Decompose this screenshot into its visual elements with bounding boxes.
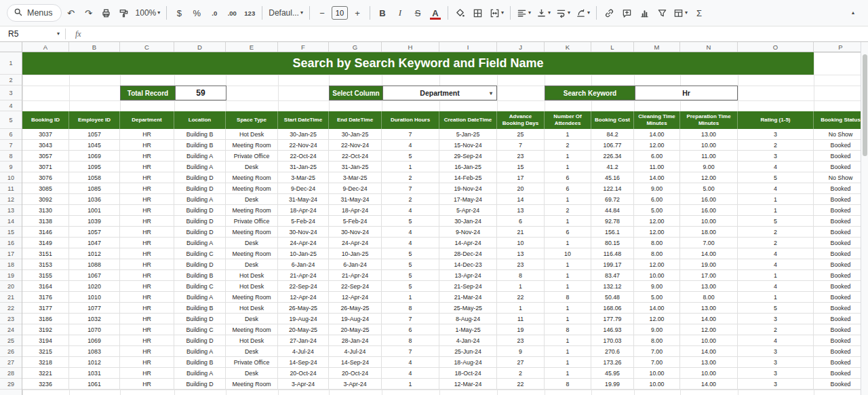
scrollbar-thumb[interactable] <box>863 54 867 156</box>
hide-toolbar-button[interactable]: ▴ <box>845 4 861 22</box>
cell[interactable]: 13.00 <box>680 303 738 314</box>
cell[interactable]: 7.00 <box>634 346 680 357</box>
cell[interactable]: 20 <box>497 183 545 194</box>
cell[interactable]: Building A <box>174 151 226 162</box>
cell[interactable]: Building D <box>174 205 226 216</box>
cell[interactable]: Building D <box>174 259 226 270</box>
cell[interactable]: 10.00 <box>680 140 738 151</box>
cell[interactable]: Desk <box>226 238 278 248</box>
cell[interactable]: 26-May-25 <box>278 303 329 314</box>
cell[interactable]: 1 <box>545 314 591 324</box>
column-header-A[interactable]: A <box>22 42 69 52</box>
cell[interactable]: 270.6 <box>591 346 634 357</box>
cell[interactable]: HR <box>120 270 174 281</box>
cell[interactable]: 12.00 <box>634 140 680 151</box>
cell[interactable]: 4 <box>738 335 814 346</box>
cell[interactable]: 1057 <box>69 129 120 140</box>
cell[interactable]: 3 <box>738 129 814 140</box>
column-header-J[interactable]: J <box>497 42 545 52</box>
cell[interactable]: Booked <box>814 183 868 194</box>
row-header-11[interactable]: 11 <box>0 183 22 194</box>
cell[interactable]: 3149 <box>22 238 69 248</box>
cell[interactable]: 1010 <box>69 292 120 303</box>
cell[interactable]: 1 <box>545 368 591 379</box>
cell[interactable]: Booked <box>814 281 868 292</box>
cell[interactable]: Building A <box>174 346 226 357</box>
cell[interactable]: Building B <box>174 303 226 314</box>
cell[interactable]: 10 <box>545 248 591 259</box>
cell[interactable]: 24-Apr-24 <box>278 238 329 248</box>
currency-format-button[interactable]: $ <box>171 4 187 22</box>
cell[interactable]: 3085 <box>22 183 69 194</box>
cell[interactable]: 18.00 <box>680 227 738 238</box>
cell[interactable]: 30-Nov-24 <box>329 227 382 238</box>
cell[interactable]: 1077 <box>69 303 120 314</box>
cell[interactable]: Building C <box>174 324 226 335</box>
cell[interactable]: 30-Nov-24 <box>278 227 329 238</box>
cell[interactable]: 132.12 <box>591 281 634 292</box>
cell[interactable]: HR <box>120 205 174 216</box>
cell[interactable]: HR <box>120 129 174 140</box>
cell[interactable]: 14.00 <box>680 379 738 390</box>
row-header-20[interactable]: 20 <box>0 281 22 292</box>
cell[interactable]: 199.17 <box>591 259 634 270</box>
cell[interactable]: 3 <box>738 314 814 324</box>
cell[interactable]: 1012 <box>69 357 120 368</box>
row-header-28[interactable]: 28 <box>0 368 22 379</box>
cell[interactable]: Booked <box>814 324 868 335</box>
cell[interactable]: 41.2 <box>591 162 634 172</box>
cell[interactable]: 5-Feb-24 <box>329 216 382 227</box>
table-header-cell[interactable]: Location <box>174 111 226 129</box>
cell[interactable]: 12-Apr-24 <box>278 292 329 303</box>
cell[interactable]: 17 <box>497 172 545 183</box>
cell[interactable]: HR <box>120 216 174 227</box>
cell[interactable]: 8-Aug-24 <box>439 314 497 324</box>
cell[interactable]: Meeting Room <box>226 227 278 238</box>
table-header-cell[interactable]: Advance Booking Days <box>497 111 545 129</box>
row-header-27[interactable]: 27 <box>0 357 22 368</box>
cell[interactable]: 1085 <box>69 183 120 194</box>
cell[interactable]: 5 <box>382 270 439 281</box>
column-header-G[interactable]: G <box>329 42 382 52</box>
cell[interactable]: Booked <box>814 379 868 390</box>
cell[interactable]: 13 <box>497 205 545 216</box>
percent-format-button[interactable]: % <box>189 4 205 22</box>
cell[interactable]: 31-Jan-25 <box>278 162 329 172</box>
cell[interactable]: HR <box>120 303 174 314</box>
cell[interactable]: 3 <box>738 151 814 162</box>
cell[interactable]: 4 <box>738 281 814 292</box>
cell[interactable]: 4 <box>738 259 814 270</box>
cell[interactable]: 17.00 <box>680 270 738 281</box>
cell[interactable]: 13-Apr-24 <box>439 270 497 281</box>
cell[interactable]: 3071 <box>22 162 69 172</box>
cell[interactable]: 10-Jan-25 <box>278 248 329 259</box>
cell[interactable]: HR <box>120 172 174 183</box>
cell[interactable]: 1045 <box>69 140 120 151</box>
column-header-H[interactable]: H <box>382 42 439 52</box>
cell[interactable]: 3037 <box>22 129 69 140</box>
cell[interactable]: 80.15 <box>591 238 634 248</box>
cell[interactable]: Building A <box>174 194 226 205</box>
cell[interactable]: 3130 <box>22 205 69 216</box>
cell[interactable]: 1032 <box>69 314 120 324</box>
cell[interactable]: 9.00 <box>634 324 680 335</box>
cell[interactable]: 4-Jul-24 <box>278 346 329 357</box>
cell[interactable]: 6-Jan-24 <box>329 259 382 270</box>
row-header-23[interactable]: 23 <box>0 314 22 324</box>
cell[interactable]: Hot Desk <box>226 270 278 281</box>
cell[interactable]: 1 <box>545 346 591 357</box>
cell[interactable]: 1 <box>545 357 591 368</box>
cell[interactable]: 22-Nov-24 <box>278 140 329 151</box>
row-header-21[interactable]: 21 <box>0 292 22 303</box>
cell[interactable]: 2 <box>738 227 814 238</box>
cell[interactable]: 84.2 <box>591 129 634 140</box>
cell[interactable]: 8 <box>545 379 591 390</box>
cell[interactable]: 18-Oct-24 <box>439 368 497 379</box>
row-header-7[interactable]: 7 <box>0 140 22 151</box>
cell[interactable]: HR <box>120 324 174 335</box>
cell[interactable]: Building A <box>174 292 226 303</box>
cell[interactable]: 1 <box>738 194 814 205</box>
cell[interactable]: Booked <box>814 194 868 205</box>
cell[interactable]: 23 <box>497 335 545 346</box>
cell[interactable]: 14-Sep-24 <box>278 357 329 368</box>
